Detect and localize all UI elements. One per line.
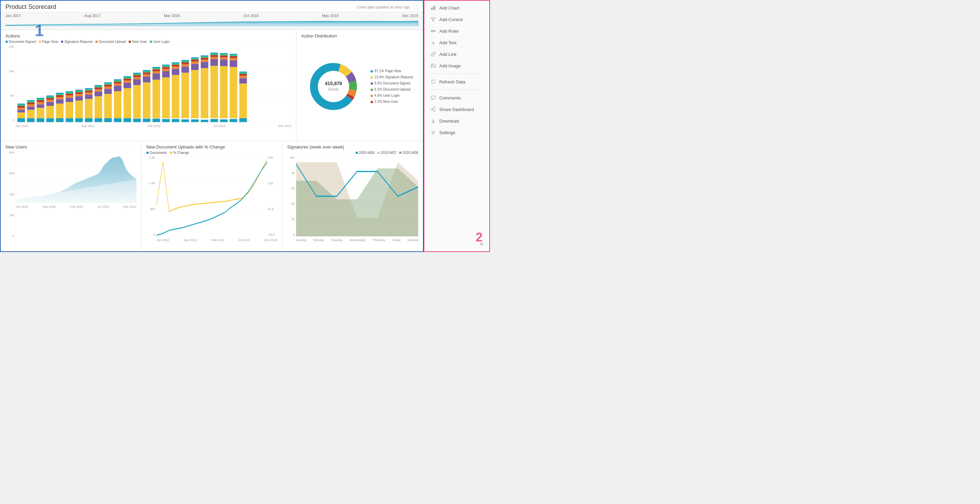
y-axis-pct: 209 126 42.8 -40.3 — [267, 156, 277, 237]
ruler-icon — [430, 28, 436, 34]
sidebar-item-refresh[interactable]: Refresh Data — [424, 76, 489, 88]
svg-rect-101 — [172, 69, 179, 75]
donut-chart: 415,878 Events — [306, 59, 361, 114]
svg-rect-120 — [201, 60, 208, 62]
timeline-label-0: Jan 2017 — [5, 14, 21, 18]
uploads-svg — [156, 156, 267, 237]
svg-rect-82 — [143, 82, 150, 118]
svg-rect-4 — [18, 112, 25, 118]
svg-rect-167 — [201, 120, 208, 122]
sidebar-item-share[interactable]: Share Dashboard — [424, 104, 489, 115]
svg-rect-125 — [210, 59, 218, 66]
settings-icon — [430, 130, 436, 135]
svg-rect-198 — [431, 8, 432, 10]
donut-legend-doc-signed: 6.5% Document Signed — [371, 80, 413, 86]
svg-rect-113 — [191, 64, 199, 70]
sidebar-item-add-text[interactable]: A Add Text — [424, 37, 489, 48]
svg-rect-18 — [37, 102, 44, 105]
chart-icon — [430, 5, 436, 11]
svg-rect-164 — [172, 119, 179, 122]
svg-rect-91 — [153, 69, 160, 71]
sidebar-label-add-text: Add Text — [439, 40, 456, 45]
svg-rect-83 — [143, 77, 150, 82]
sidebar-item-add-image[interactable]: Add Image — [424, 60, 489, 72]
sidebar-divider-1 — [429, 73, 485, 74]
label-1: 1 — [35, 21, 44, 40]
sidebar-item-comments[interactable]: Comments — [424, 92, 489, 104]
svg-rect-150 — [37, 118, 44, 122]
fullscreen-icon[interactable]: ⛶ — [414, 5, 418, 10]
svg-rect-168 — [210, 119, 218, 122]
svg-rect-97 — [162, 67, 169, 69]
svg-rect-42 — [75, 94, 83, 96]
doc-signed-dot — [5, 40, 8, 43]
svg-rect-59 — [104, 89, 111, 94]
svg-rect-119 — [201, 62, 208, 68]
svg-rect-25 — [46, 98, 54, 100]
svg-rect-7 — [18, 106, 25, 108]
donut-legend-user-login: 4.6% User Login — [371, 93, 413, 99]
svg-rect-165 — [181, 120, 189, 122]
svg-rect-162 — [153, 118, 160, 122]
signatures-panel: Signatures (week over week) 2020-W06 202… — [282, 141, 423, 252]
svg-rect-46 — [85, 99, 92, 118]
x-axis-uploads: Apr 2018 Sep 2018 Feb 2019 Jul 2019 Dec … — [156, 238, 277, 242]
svg-marker-201 — [431, 18, 435, 21]
svg-rect-69 — [114, 79, 121, 80]
sidebar-divider-2 — [429, 89, 485, 90]
svg-rect-36 — [66, 95, 73, 98]
y-axis-sigs: 100 80 60 40 20 0 — [287, 156, 295, 237]
sidebar-label-comments: Comments — [439, 95, 461, 100]
sidebar-item-add-ruler[interactable]: Add Ruler — [424, 25, 489, 37]
timeline-labels: Jan 2017 Aug 2017 Mar 2018 Oct 2018 May … — [5, 13, 418, 18]
svg-rect-137 — [230, 60, 237, 67]
svg-rect-75 — [124, 76, 131, 77]
image-icon — [430, 63, 436, 69]
svg-rect-17 — [37, 104, 44, 108]
svg-rect-88 — [153, 80, 160, 118]
new-users-svg — [16, 151, 137, 203]
svg-rect-77 — [133, 79, 140, 85]
sidebar-item-add-chart[interactable]: Add Chart — [424, 2, 489, 14]
svg-rect-128 — [210, 54, 218, 55]
sidebar-item-download[interactable]: Download — [424, 115, 489, 127]
svg-rect-85 — [143, 72, 150, 74]
svg-rect-171 — [239, 118, 247, 122]
svg-rect-108 — [181, 64, 189, 67]
legend-sig-request: Signature Request — [61, 40, 92, 44]
svg-rect-163 — [162, 119, 169, 122]
user-login-dot — [150, 40, 152, 43]
svg-rect-9 — [18, 104, 25, 105]
x-axis-actions: Apr 2018 Sep 2018 Feb 2019 Jul 2019 Dec … — [16, 124, 291, 128]
svg-rect-136 — [230, 67, 237, 118]
timeline-label-1: Aug 2017 — [84, 14, 100, 18]
svg-rect-70 — [124, 88, 131, 118]
svg-rect-33 — [56, 93, 64, 94]
svg-rect-158 — [114, 118, 121, 122]
svg-rect-62 — [104, 83, 111, 85]
svg-rect-148 — [18, 118, 25, 122]
sidebar-label-add-control: Add Control — [439, 17, 463, 22]
share-icon — [430, 107, 436, 112]
new-users-title: New Users — [5, 144, 137, 150]
svg-rect-22 — [46, 106, 54, 118]
svg-rect-138 — [230, 58, 237, 61]
svg-rect-67 — [114, 82, 121, 84]
signatures-svg — [296, 156, 418, 237]
svg-rect-6 — [18, 108, 25, 110]
sidebar-item-add-link[interactable]: Add Link — [424, 48, 489, 60]
sidebar-item-add-control[interactable]: Add Control — [424, 14, 489, 25]
svg-rect-154 — [75, 118, 83, 122]
svg-rect-124 — [210, 66, 218, 118]
svg-rect-12 — [27, 104, 34, 107]
signatures-title: Signatures (week over week) — [287, 144, 418, 150]
sidebar-label-refresh: Refresh Data — [439, 79, 466, 85]
new-users-panel: New Users 800 600 400 200 0 — [1, 141, 142, 252]
svg-rect-109 — [181, 62, 189, 64]
timeline-label-2: Mar 2018 — [164, 14, 180, 18]
svg-rect-38 — [66, 92, 73, 93]
svg-rect-51 — [85, 88, 92, 89]
sidebar-item-settings[interactable]: Settings — [424, 127, 489, 138]
x-axis-users: Apr 2018 Sep 2018 Feb 2019 Jul 2019 Dec … — [16, 205, 137, 208]
svg-rect-65 — [114, 86, 121, 91]
